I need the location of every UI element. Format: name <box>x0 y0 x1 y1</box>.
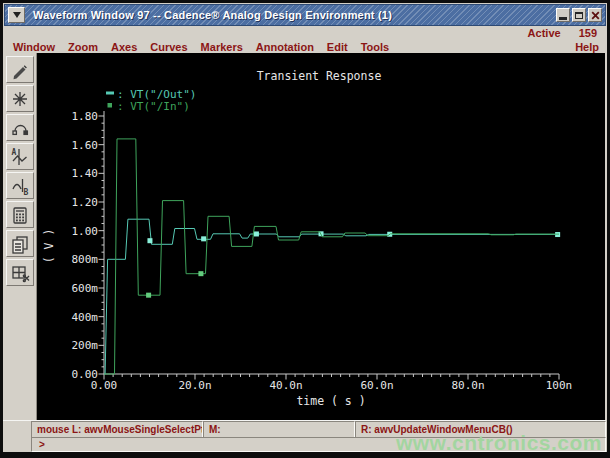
status-spacer <box>3 437 31 452</box>
calculator-button[interactable] <box>6 201 34 228</box>
x-axis-label: time ( s ) <box>296 394 365 408</box>
svg-text:20.0n: 20.0n <box>178 379 211 392</box>
window-controls <box>556 8 602 22</box>
active-label: Active <box>528 27 561 39</box>
close-button[interactable] <box>588 8 602 22</box>
waveform-canvas[interactable]: Transient Response ( V ) time ( s ) 0.00… <box>36 53 605 420</box>
pencil-icon <box>10 60 30 80</box>
svg-text:0.00: 0.00 <box>91 379 118 392</box>
window-menu-icon <box>13 12 21 18</box>
menu-axes[interactable]: Axes <box>111 41 137 53</box>
status-spacer <box>3 421 31 438</box>
watermark: www.cntronics.com <box>396 431 602 455</box>
waveform-window: Waveform Window 97 -- Cadence® Analog De… <box>0 0 610 458</box>
cut-region-icon <box>10 263 30 283</box>
menu-tools[interactable]: Tools <box>361 41 390 53</box>
marker-b-button[interactable]: B <box>6 172 34 199</box>
window-menu-button[interactable] <box>8 7 25 23</box>
svg-text:600m: 600m <box>72 282 99 295</box>
active-count: 159 <box>579 27 597 39</box>
calculator-icon <box>10 205 30 225</box>
maximize-icon <box>575 12 583 19</box>
maximize-button[interactable] <box>572 8 586 22</box>
menu-zoom[interactable]: Zoom <box>68 41 98 53</box>
arc-span-icon <box>10 118 30 138</box>
window-title: Waveform Window 97 -- Cadence® Analog De… <box>33 9 392 21</box>
svg-text:1.40: 1.40 <box>72 167 99 180</box>
menu-markers[interactable]: Markers <box>201 41 243 53</box>
svg-text:40.0n: 40.0n <box>269 379 302 392</box>
svg-text:: VT("/In"): : VT("/In") <box>117 100 190 113</box>
zoom-fit-button[interactable] <box>6 85 34 112</box>
left-toolbar: A B <box>3 53 36 420</box>
svg-text:60.0n: 60.0n <box>360 379 393 392</box>
title-bar: Waveform Window 97 -- Cadence® Analog De… <box>4 4 606 26</box>
svg-text:100n: 100n <box>546 379 573 392</box>
mouse-middle-binding: M: <box>203 421 355 438</box>
menu-edit[interactable]: Edit <box>327 41 348 53</box>
svg-text:200m: 200m <box>72 339 99 352</box>
plot-title: Transient Response <box>257 69 382 83</box>
menu-bar: Window Zoom Axes Curves Markers Annotati… <box>4 40 606 53</box>
minimize-button[interactable] <box>556 8 570 22</box>
svg-text:80.0n: 80.0n <box>451 379 484 392</box>
close-icon <box>591 11 600 20</box>
menu-annotation[interactable]: Annotation <box>256 41 314 53</box>
minimize-icon <box>559 17 567 20</box>
copy-plot-icon <box>10 234 30 254</box>
menu-curves[interactable]: Curves <box>150 41 187 53</box>
active-bar: Active 159 <box>4 24 606 41</box>
marker-b-icon: B <box>10 176 30 196</box>
copy-plot-button[interactable] <box>6 230 34 257</box>
svg-text:1.60: 1.60 <box>72 139 99 152</box>
marker-a-button[interactable]: A <box>6 143 34 170</box>
svg-text:1.80: 1.80 <box>72 110 99 123</box>
svg-text:400m: 400m <box>72 311 99 324</box>
cut-region-button[interactable] <box>6 259 34 286</box>
mouse-left-binding: mouse L: awvMouseSingleSelectPtCB() <box>31 421 203 438</box>
svg-text:1.20: 1.20 <box>72 196 99 209</box>
chart-plot-group: 0.00200m400m600m800m1.001.201.401.601.80… <box>72 88 573 392</box>
menu-window[interactable]: Window <box>13 41 55 53</box>
annotate-button[interactable] <box>6 56 34 83</box>
span-markers-button[interactable] <box>6 114 34 141</box>
menu-help[interactable]: Help <box>575 41 606 53</box>
svg-text:A: A <box>11 148 16 157</box>
marker-a-icon: A <box>10 147 30 167</box>
svg-text:1.00: 1.00 <box>72 225 99 238</box>
svg-text:B: B <box>23 188 28 196</box>
svg-text:800m: 800m <box>72 253 99 266</box>
y-axis-label: ( V ) <box>42 229 56 264</box>
asterisk-zoom-icon <box>10 89 30 109</box>
